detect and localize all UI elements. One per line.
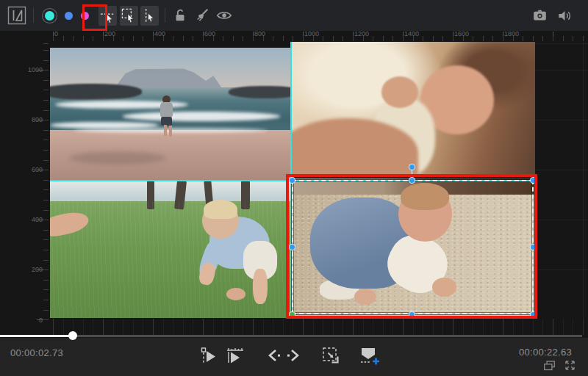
canvas-bottom-ticks <box>49 319 588 335</box>
rocks-left <box>50 84 142 100</box>
canvas-grid-line <box>583 42 584 335</box>
broom-icon[interactable] <box>194 7 210 24</box>
fullscreen-button[interactable] <box>564 359 576 372</box>
baby-fist <box>381 76 418 108</box>
playback-controls <box>200 345 381 366</box>
seek-handle[interactable] <box>68 331 77 340</box>
toddler-shirt <box>160 102 173 118</box>
baby-hair <box>204 200 237 219</box>
pip-window-button[interactable] <box>543 360 556 372</box>
baby-foot <box>226 288 245 300</box>
ruler-label: 1400 <box>404 30 419 37</box>
canvas-side-grid <box>535 42 588 318</box>
play-with-ruler-button[interactable] <box>225 346 245 365</box>
rotation-handle[interactable] <box>409 164 415 170</box>
marquee-select-tool-button[interactable] <box>120 6 138 26</box>
clip-baby-on-grass[interactable] <box>50 181 292 318</box>
transport-bar: 00:00:02.73 00:00:22.63 <box>0 338 588 376</box>
ruler-label: 1200 <box>354 30 369 37</box>
clip-newborn-baby[interactable] <box>292 42 535 174</box>
fit-resize-button[interactable] <box>320 346 341 365</box>
add-marker-button[interactable] <box>359 345 381 366</box>
ruler-label: 0 <box>54 30 58 37</box>
baby-leg <box>253 269 268 305</box>
teal-color-dot[interactable] <box>45 11 54 21</box>
ruler-label: 800 <box>254 30 265 37</box>
ruler-label: 200 <box>25 266 43 273</box>
ruler-label: 600 <box>25 166 43 173</box>
ruler-label: 400 <box>25 216 43 223</box>
ruler-label: 0 <box>25 317 43 324</box>
toddler-legs <box>164 125 167 136</box>
ruler-label: 1000 <box>304 30 319 37</box>
toddler-shorts <box>161 117 172 126</box>
video-editor-window: 0 200 400 600 800 1000 1200 1400 1600 18… <box>0 0 588 376</box>
toolbar-separator <box>33 8 34 23</box>
step-back-button[interactable] <box>266 346 281 365</box>
speaker-icon[interactable] <box>557 9 573 23</box>
ruler-label: 400 <box>154 30 165 37</box>
play-from-marker-button[interactable] <box>200 346 219 365</box>
rocks-right <box>229 86 292 98</box>
ruler-label: 200 <box>104 30 115 37</box>
current-time: 00:00:02.73 <box>10 347 63 358</box>
wave-foam <box>123 112 280 121</box>
seek-bar[interactable] <box>0 335 582 337</box>
total-duration: 00:00:22.63 <box>519 347 572 358</box>
toolbar-separator <box>165 8 165 23</box>
marquee-select-tool-icon <box>121 7 137 24</box>
blue-color-dot[interactable] <box>65 12 73 20</box>
tool-highlight-annotation <box>82 4 107 31</box>
line-select-tool-button[interactable] <box>140 6 159 26</box>
unlock-icon[interactable] <box>173 7 187 24</box>
ruler-label: 1000 <box>25 66 43 73</box>
selected-clip-annotation <box>286 174 537 319</box>
line-select-tool-icon <box>141 7 158 24</box>
ruler-label: 600 <box>204 30 215 37</box>
ruler-label: 1600 <box>454 30 469 37</box>
clip-beach-toddler[interactable] <box>50 48 292 181</box>
ruler-label: 1800 <box>504 30 519 37</box>
vertical-ruler-ticks <box>43 41 49 328</box>
ruler-label: 800 <box>25 116 43 123</box>
lake-background <box>50 181 292 201</box>
seek-bar-fill <box>0 335 72 337</box>
shore-foam <box>74 128 268 133</box>
step-forward-button[interactable] <box>287 346 301 365</box>
snapshot-camera-icon[interactable] <box>532 9 548 22</box>
mask-tool-icon[interactable] <box>7 6 26 25</box>
eye-icon[interactable] <box>216 9 232 22</box>
